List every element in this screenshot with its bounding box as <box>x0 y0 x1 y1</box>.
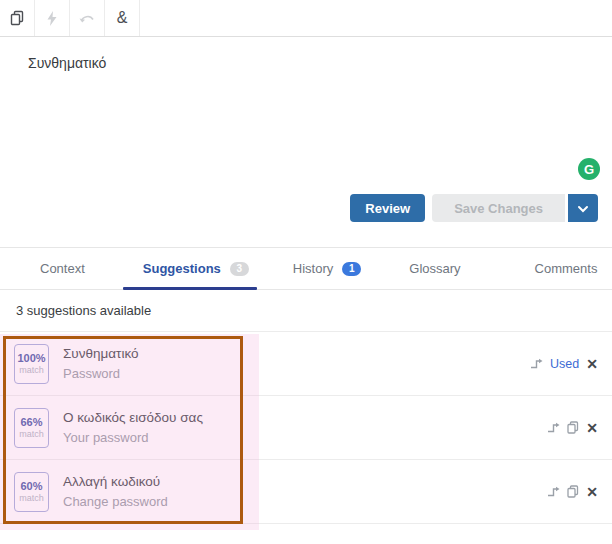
suggestion-actions: Used ✕ <box>530 357 598 371</box>
insert-suggestion-icon[interactable] <box>530 358 543 370</box>
tab-context[interactable]: Context <box>40 248 85 289</box>
suggestions-count-badge: 3 <box>230 262 249 276</box>
dismiss-suggestion-icon[interactable]: ✕ <box>586 421 598 435</box>
tab-comments[interactable]: Comments <box>535 248 598 289</box>
translation-text: Συνθηματικό <box>28 55 106 71</box>
special-characters-button[interactable]: & <box>105 0 140 36</box>
translation-input-area[interactable]: Συνθηματικό G Review Save Changes <box>0 37 612 247</box>
suggestion-target-text: Αλλαγή κωδικού <box>63 474 168 489</box>
suggestions-count-text: 3 suggestions available <box>0 290 612 331</box>
suggestion-target-text: Συνθηματικό <box>63 346 139 361</box>
undo-icon <box>79 13 95 24</box>
tab-label: Glossary <box>409 261 460 276</box>
editor-actions: Review Save Changes <box>350 194 598 222</box>
copy-icon <box>10 10 25 26</box>
suggestion-row[interactable]: 66% match Ο κωδικός εισόδου σας Your pas… <box>0 396 612 460</box>
panel-tabs: Context Suggestions 3 History 1 Glossary… <box>0 247 612 290</box>
tab-glossary[interactable]: Glossary <box>409 248 460 289</box>
grammarly-icon[interactable]: G <box>578 158 600 180</box>
insert-suggestion-icon[interactable] <box>547 486 560 498</box>
suggestion-actions: ✕ <box>547 485 598 499</box>
lightning-icon <box>46 11 58 26</box>
suggestion-row[interactable]: 100% match Συνθηματικό Password Used ✕ <box>0 332 612 396</box>
suggestion-texts: Ο κωδικός εισόδου σας Your password <box>63 410 203 445</box>
suggestion-actions: ✕ <box>547 421 598 435</box>
tab-label: Comments <box>535 261 598 276</box>
suggestion-texts: Αλλαγή κωδικού Change password <box>63 474 168 509</box>
match-badge: 100% match <box>14 344 49 384</box>
suggestion-target-text: Ο κωδικός εισόδου σας <box>63 410 203 425</box>
suggestion-source-text: Your password <box>63 430 203 445</box>
undo-button[interactable] <box>70 0 105 36</box>
tab-history[interactable]: History 1 <box>293 248 361 289</box>
suggestion-texts: Συνθηματικό Password <box>63 346 139 381</box>
copy-suggestion-icon[interactable] <box>567 485 579 498</box>
suggestion-source-text: Password <box>63 366 139 381</box>
tab-label: History <box>293 261 333 276</box>
machine-translate-button[interactable] <box>35 0 70 36</box>
suggestion-source-text: Change password <box>63 494 168 509</box>
match-badge: 66% match <box>14 408 49 448</box>
match-badge: 60% match <box>14 472 49 512</box>
save-changes-button[interactable]: Save Changes <box>432 194 565 222</box>
dismiss-suggestion-icon[interactable]: ✕ <box>586 357 598 371</box>
copy-source-button[interactable] <box>0 0 35 36</box>
translation-editor-app: & Συνθηματικό G Review Save Changes Cont… <box>0 0 612 544</box>
tab-suggestions[interactable]: Suggestions 3 <box>143 248 249 289</box>
tab-label: Context <box>40 261 85 276</box>
save-options-button[interactable] <box>568 194 598 222</box>
review-button[interactable]: Review <box>350 194 425 222</box>
suggestion-row[interactable]: 60% match Αλλαγή κωδικού Change password <box>0 460 612 524</box>
insert-suggestion-icon[interactable] <box>547 422 560 434</box>
dismiss-suggestion-icon[interactable]: ✕ <box>586 485 598 499</box>
copy-suggestion-icon[interactable] <box>567 421 579 434</box>
suggestions-list: 100% match Συνθηματικό Password Used ✕ <box>0 331 612 524</box>
used-status-link[interactable]: Used <box>550 357 579 371</box>
editor-toolbar: & <box>0 0 612 37</box>
history-count-badge: 1 <box>342 262 361 276</box>
chevron-down-icon <box>577 201 589 216</box>
tab-label: Suggestions <box>143 261 221 276</box>
ampersand-icon: & <box>117 10 128 26</box>
active-tab-underline <box>123 287 257 290</box>
